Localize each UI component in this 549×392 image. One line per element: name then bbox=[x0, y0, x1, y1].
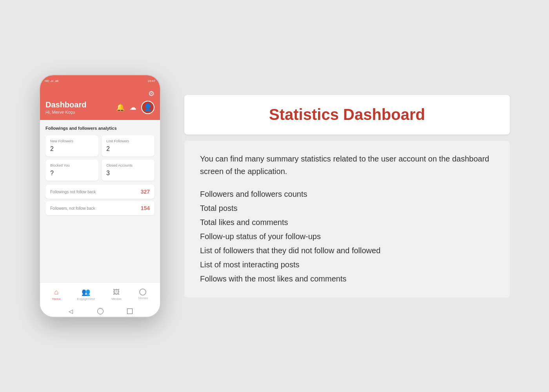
new-followers-card[interactable]: New Followers 2 bbox=[45, 135, 98, 156]
feature-list: Followers and followers counts Total pos… bbox=[200, 187, 494, 286]
notification-icon[interactable]: 🔔 bbox=[116, 103, 125, 112]
phone-mockup: HD .al .all 19:47 ⚙ Dashboard Hi, Merve … bbox=[39, 74, 161, 318]
nav-engagement[interactable]: 👥 Engagement bbox=[77, 288, 95, 301]
followers-not-follow-back-label: Followers, not follow back bbox=[50, 206, 95, 211]
followers-not-follow-back-value: 154 bbox=[141, 205, 150, 211]
nav-home[interactable]: ⌂ Home bbox=[52, 288, 60, 301]
nav-medias[interactable]: 🖼 Medias bbox=[111, 288, 122, 301]
recents-button[interactable] bbox=[127, 309, 133, 314]
description-text: You can find many summary statistics rel… bbox=[200, 152, 494, 178]
engagement-icon: 👥 bbox=[82, 288, 90, 296]
closed-accounts-value: 3 bbox=[106, 170, 150, 177]
app-header: ⚙ Dashboard Hi, Merve Koçu 🔔 ☁ 👤 bbox=[40, 86, 160, 120]
list-items: Followings not follow back 327 Followers… bbox=[45, 185, 155, 215]
feature-item: Followers and followers counts bbox=[200, 187, 494, 201]
feature-item: Follows with the most likes and comments bbox=[200, 272, 494, 286]
home-label: Home bbox=[52, 297, 60, 301]
blocked-you-card[interactable]: Blocked You ? bbox=[45, 160, 98, 181]
lost-followers-value: 2 bbox=[106, 145, 150, 152]
app-title: Dashboard bbox=[45, 100, 86, 109]
header-bottom: Dashboard Hi, Merve Koçu 🔔 ☁ 👤 bbox=[45, 100, 155, 114]
header-top: ⚙ bbox=[45, 89, 155, 98]
signal-icon: HD .al .all bbox=[45, 79, 58, 83]
medias-icon: 🖼 bbox=[113, 288, 120, 296]
header-icons: 🔔 ☁ 👤 bbox=[116, 101, 155, 114]
followings-not-follow-back-row[interactable]: Followings not follow back 327 bbox=[45, 185, 155, 199]
feature-item: Total likes and comments bbox=[200, 215, 494, 229]
home-button[interactable] bbox=[97, 308, 104, 314]
feature-item: List of most interacting posts bbox=[200, 258, 494, 272]
stats-grid: New Followers 2 Lost Followers 2 Blocked… bbox=[45, 135, 155, 181]
app-subtitle: Hi, Merve Koçu bbox=[45, 110, 86, 114]
closed-accounts-label: Closed Accounts bbox=[106, 163, 150, 167]
engagement-label: Engagement bbox=[77, 297, 95, 301]
followings-not-follow-back-label: Followings not follow back bbox=[50, 190, 96, 194]
app-body: Followings and followers analytics New F… bbox=[40, 120, 160, 282]
stories-icon bbox=[139, 289, 146, 296]
phone-bottom-bar: ◁ bbox=[40, 306, 160, 317]
user-avatar[interactable]: 👤 bbox=[141, 101, 155, 114]
medias-label: Medias bbox=[111, 297, 122, 301]
description-box: You can find many summary statistics rel… bbox=[184, 141, 510, 298]
phone-wrapper: HD .al .all 19:47 ⚙ Dashboard Hi, Merve … bbox=[39, 74, 161, 318]
settings-icon[interactable]: ⚙ bbox=[148, 89, 155, 98]
bottom-nav: ⌂ Home 👥 Engagement 🖼 Medias Stories bbox=[40, 282, 160, 306]
right-panel: Statistics Dashboard You can find many s… bbox=[184, 95, 510, 298]
feature-item: Follow-up status of your follow-ups bbox=[200, 229, 494, 243]
analytics-section-title: Followings and followers analytics bbox=[45, 125, 155, 131]
feature-item: List of followers that they did not foll… bbox=[200, 243, 494, 258]
status-right: 19:47 bbox=[147, 79, 155, 83]
lost-followers-label: Lost Followers bbox=[106, 139, 150, 143]
lost-followers-card[interactable]: Lost Followers 2 bbox=[102, 135, 155, 156]
back-button[interactable]: ◁ bbox=[67, 308, 74, 314]
followings-not-follow-back-value: 327 bbox=[141, 189, 150, 195]
nav-stories[interactable]: Stories bbox=[138, 289, 148, 300]
status-bar: HD .al .all 19:47 bbox=[40, 75, 160, 86]
status-left: HD .al .all bbox=[45, 79, 58, 83]
home-icon: ⌂ bbox=[54, 288, 58, 296]
blocked-you-label: Blocked You bbox=[50, 163, 94, 167]
stories-label: Stories bbox=[138, 296, 148, 300]
main-container: HD .al .all 19:47 ⚙ Dashboard Hi, Merve … bbox=[39, 74, 510, 318]
new-followers-value: 2 bbox=[50, 145, 94, 152]
upload-icon[interactable]: ☁ bbox=[129, 103, 136, 112]
followers-not-follow-back-row[interactable]: Followers, not follow back 154 bbox=[45, 201, 155, 215]
stats-title-box: Statistics Dashboard bbox=[184, 95, 510, 134]
stats-dashboard-title: Statistics Dashboard bbox=[200, 106, 494, 123]
new-followers-label: New Followers bbox=[50, 139, 94, 143]
blocked-you-value: ? bbox=[50, 170, 94, 177]
closed-accounts-card[interactable]: Closed Accounts 3 bbox=[102, 160, 155, 181]
time-display: 19:47 bbox=[147, 79, 155, 83]
feature-item: Total posts bbox=[200, 201, 494, 215]
header-title-block: Dashboard Hi, Merve Koçu bbox=[45, 100, 86, 114]
